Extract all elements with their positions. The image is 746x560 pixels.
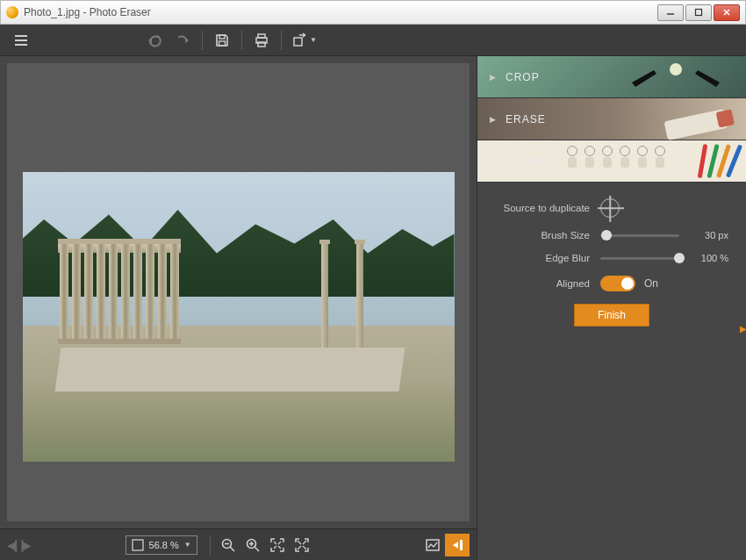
- flyout-handle[interactable]: ▶: [740, 319, 746, 337]
- svg-line-24: [278, 542, 281, 544]
- svg-rect-13: [258, 42, 265, 47]
- compare-button[interactable]: [420, 534, 445, 556]
- toolbar-separator: [210, 535, 211, 555]
- main-area: ◀|| ||▶ 56.8 % ▼: [0, 56, 746, 560]
- edge-blur-slider[interactable]: [600, 257, 679, 260]
- source-label: Source to duplicate: [495, 203, 600, 213]
- redo-button[interactable]: [169, 28, 197, 53]
- svg-line-27: [298, 541, 301, 544]
- panel-header-clone[interactable]: ▶ CLONE: [477, 140, 746, 183]
- panel-header-crop[interactable]: ▶ CROP: [477, 56, 746, 98]
- prev-image-button[interactable]: ◀||: [7, 538, 15, 552]
- menu-button[interactable]: [7, 28, 35, 53]
- svg-line-28: [303, 541, 306, 544]
- svg-marker-34: [632, 70, 656, 87]
- svg-rect-12: [258, 34, 265, 38]
- zoom-in-button[interactable]: [240, 534, 265, 556]
- brush-size-label: Brush Size: [495, 230, 600, 241]
- svg-line-26: [274, 546, 276, 549]
- brush-size-value: 30 px: [688, 230, 728, 241]
- fit-screen-icon: [270, 538, 284, 552]
- maximize-button[interactable]: [685, 4, 712, 21]
- edge-blur-label: Edge Blur: [495, 253, 600, 263]
- chevron-down-icon: ▼: [310, 36, 317, 44]
- svg-line-20: [255, 547, 259, 551]
- canvas-viewport[interactable]: [7, 63, 470, 521]
- aligned-label: Aligned: [495, 278, 600, 289]
- undo-button[interactable]: [140, 28, 169, 53]
- svg-rect-1: [696, 10, 702, 16]
- brush-size-slider[interactable]: [600, 234, 679, 237]
- save-icon: [214, 32, 230, 48]
- aligned-toggle[interactable]: [600, 276, 635, 291]
- chevron-down-icon: ▼: [184, 541, 191, 549]
- zoom-value: 56.8 %: [149, 540, 179, 550]
- app-root: ▼: [0, 25, 746, 560]
- close-button[interactable]: [714, 4, 740, 21]
- source-target-button[interactable]: [600, 198, 620, 218]
- redo-icon: [175, 32, 190, 48]
- window-controls: [656, 4, 740, 21]
- print-icon: [254, 32, 269, 48]
- aligned-state: On: [644, 277, 658, 290]
- svg-rect-15: [133, 540, 143, 550]
- export-button[interactable]: ▼: [287, 28, 322, 53]
- finish-button[interactable]: Finish: [574, 304, 649, 327]
- zoom-display[interactable]: 56.8 % ▼: [126, 535, 197, 555]
- edge-blur-value: 100 %: [688, 253, 728, 263]
- toolbar-separator: [241, 31, 242, 50]
- print-button[interactable]: [247, 28, 276, 53]
- canvas-area: ◀|| ||▶ 56.8 % ▼: [0, 56, 477, 560]
- minimize-button[interactable]: [657, 4, 684, 21]
- clone-panel-body: Source to duplicate Brush Size 30 px Edg…: [477, 183, 746, 342]
- svg-rect-9: [219, 35, 225, 39]
- svg-line-30: [298, 546, 301, 549]
- hamburger-icon: [13, 32, 29, 48]
- window-titlebar: Photo_1.jpg - Photo Eraser: [0, 0, 746, 25]
- photo-image: [23, 172, 455, 462]
- svg-line-23: [274, 542, 276, 544]
- toolbar-separator: [281, 31, 282, 50]
- next-image-button[interactable]: ||▶: [20, 538, 28, 552]
- chevron-right-icon: ▶: [490, 115, 497, 124]
- svg-line-25: [278, 546, 281, 549]
- svg-line-29: [303, 546, 306, 549]
- fit-icon: [132, 539, 144, 551]
- top-toolbar: ▼: [0, 25, 746, 56]
- window-title: Photo_1.jpg - Photo Eraser: [24, 6, 656, 18]
- svg-rect-14: [294, 38, 302, 46]
- panel-label: ERASE: [506, 113, 546, 126]
- toggle-panel-button[interactable]: [445, 534, 470, 556]
- chevron-down-icon: ▶: [489, 158, 498, 165]
- panel-label: CROP: [506, 71, 540, 83]
- zoom-out-button[interactable]: [216, 534, 240, 556]
- fit-screen-button[interactable]: [265, 534, 290, 556]
- svg-rect-32: [460, 540, 463, 550]
- save-button[interactable]: [208, 28, 236, 53]
- toolbar-separator: [202, 31, 203, 50]
- export-icon: [292, 32, 308, 48]
- svg-marker-33: [453, 542, 458, 549]
- actual-size-icon: [295, 538, 309, 552]
- collapse-right-icon: [450, 538, 464, 552]
- app-icon: [6, 6, 18, 18]
- panel-header-erase[interactable]: ▶ ERASE: [477, 98, 746, 140]
- side-panel: ▶ CROP ▶ ERASE: [477, 56, 746, 560]
- actual-size-button[interactable]: [290, 534, 314, 556]
- zoom-in-icon: [246, 538, 260, 552]
- zoom-out-icon: [221, 538, 235, 552]
- svg-point-36: [670, 63, 682, 75]
- chevron-right-icon: ▶: [490, 73, 497, 82]
- svg-rect-31: [427, 540, 439, 550]
- bottom-toolbar: ◀|| ||▶ 56.8 % ▼: [0, 528, 477, 560]
- undo-icon: [147, 32, 162, 48]
- svg-marker-35: [695, 70, 720, 87]
- svg-line-17: [230, 547, 234, 551]
- compare-icon: [426, 538, 440, 552]
- panel-label: CLONE: [506, 155, 546, 168]
